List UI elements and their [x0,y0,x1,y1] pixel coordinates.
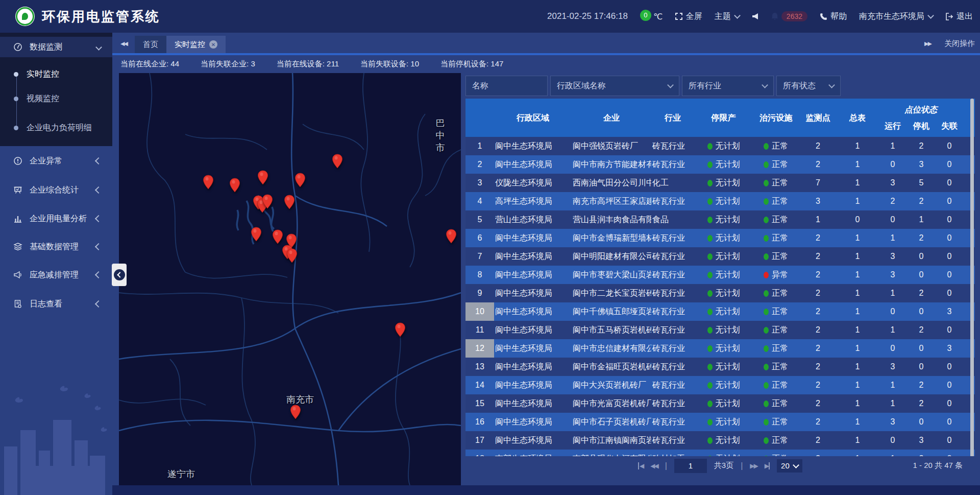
cell-points: 2 [799,233,837,243]
map-pin[interactable] [284,195,295,210]
cell-points: 2 [799,399,837,408]
table-row[interactable]: 2阆中生态环境局阆中市南方节能建材有砖瓦行业无计划正常21030 [465,155,975,174]
stat-value: 10 [410,59,419,68]
logout-button[interactable]: 退出 [945,11,973,22]
map-pin[interactable] [251,227,262,242]
table-row[interactable]: 10阆中生态环境局阆中千佛镇五郎垭页岩砖瓦行业无计划正常21003 [465,302,975,321]
table-row[interactable]: 15阆中生态环境局阆中市光富页岩机砖厂砖瓦行业无计划正常21120 [465,394,975,413]
phone-icon [820,13,827,20]
map-pin[interactable] [290,405,301,420]
cell-meter: 1 [837,417,878,427]
table-row[interactable]: 3仪陇生态环境局西南油气田分公司川中化工无计划正常71350 [465,174,975,192]
table-row[interactable]: 18南部生态环境局南部县砚华山河有限公砖材加工无计划正常21120 [465,450,975,456]
treatment-text: 正常 [772,251,788,262]
cell-points: 3 [799,197,837,206]
region-select[interactable]: 行政区域名称 [550,76,679,96]
sidebar-group-企业综合统计[interactable]: 企业综合统计 [0,180,112,200]
industry-select[interactable]: 所有行业 [682,76,774,96]
table-row[interactable]: 9阆中生态环境局阆中市二龙长宝页岩砖砖瓦行业无计划正常21120 [465,284,975,302]
org-dropdown[interactable]: 南充市生态环境局 [859,11,933,22]
cell-treatment: 正常 [753,288,799,299]
table-row[interactable]: 4高坪生态环境局南充市高坪区王家店建砖瓦行业无计划正常31220 [465,192,975,210]
map-pin[interactable] [295,173,306,188]
board-icon [13,185,22,195]
first-page-icon[interactable]: ◀ [638,462,643,469]
help-button[interactable]: 帮助 [820,11,847,22]
cell-lost: 0 [935,325,964,335]
limit-text: 无计划 [716,178,740,188]
table-row[interactable]: 5营山生态环境局营山县润丰肉食品有限食品无计划正常10010 [465,210,975,229]
prev-page-icon[interactable]: ◀◀ [650,462,657,469]
top-header: 环保用电监管系统 2021-02-25 17:46:18 0 ℃ 全屏 主题 [0,0,980,33]
table-row[interactable]: 12阆中生态环境局阆中市忠信建材有限公砖瓦行业无计划正常21003 [465,339,975,358]
table-row[interactable]: 1阆中生态环境局阆中强锐页岩砖厂砖瓦行业无计划正常21120 [465,137,975,155]
treatment-text: 正常 [772,141,788,152]
map-pin[interactable] [257,170,268,185]
table-row[interactable]: 17阆中生态环境局阆中市江南镇阆南页岩砖瓦行业无计划正常21030 [465,431,975,450]
map-pin[interactable] [229,178,240,193]
cell-limit: 无计划 [694,362,753,372]
map-pin[interactable] [203,175,214,190]
cell-limit: 无计划 [694,159,753,170]
limit-text: 无计划 [716,398,740,409]
table-row[interactable]: 7阆中生态环境局阆中明阳建材有限公司砖瓦行业无计划正常21300 [465,247,975,266]
map-pin[interactable] [272,229,283,245]
map-pin[interactable] [286,248,298,264]
app-logo-icon [15,7,35,26]
sidebar-item-实时监控[interactable]: 实时监控 [0,66,112,82]
cell-meter: 0 [837,215,878,224]
name-search-input[interactable] [465,76,548,96]
cell-run: 3 [878,362,908,371]
cell-meter: 1 [837,160,878,169]
close-operations-button[interactable]: 关闭操作 [944,39,975,49]
alarm-badge[interactable]: 2632 [771,11,807,21]
sidebar-group-数据监测[interactable]: 数据监测 [0,37,112,57]
cell-treatment: 正常 [753,435,799,446]
cell-points: 7 [799,178,837,187]
cell-run: 3 [878,417,908,427]
status-dot-green-icon [707,253,713,260]
row-index: 12 [465,339,494,358]
table-scrollbar[interactable] [970,99,974,475]
map-panel[interactable]: 巴中市南充市遂宁市 [119,73,461,485]
alarm-count: 2632 [781,11,807,21]
status-select[interactable]: 所有状态 [776,76,841,96]
row-index: 13 [465,358,494,376]
tab-home[interactable]: 首页 [135,36,166,53]
collapse-panel-button[interactable] [112,264,127,286]
sidebar-group-应急减排管理[interactable]: 应急减排管理 [0,265,112,285]
theme-dropdown[interactable]: 主题 [715,11,740,22]
table-row[interactable]: 6阆中生态环境局阆中市金博瑞新型墙材砖瓦行业无计划正常21120 [465,229,975,247]
sidebar-group-企业异常[interactable]: 企业异常 [0,151,112,171]
tab-realtime-monitor[interactable]: 实时监控 ✕ [166,36,226,53]
cell-region: 阆中生态环境局 [494,417,572,428]
sidebar-group-label: 基础数据管理 [30,242,96,252]
table-row[interactable]: 11阆中生态环境局阆中市五马桥页岩机砖砖瓦行业无计划正常21120 [465,321,975,339]
table-row[interactable]: 16阆中生态环境局阆中市石子页岩机砖厂砖瓦行业无计划正常21300 [465,413,975,431]
sidebar-group-基础数据管理[interactable]: 基础数据管理 [0,237,112,257]
table-row[interactable]: 8阆中生态环境局阆中市枣碧大梁山页岩砖瓦行业无计划异常21300 [465,266,975,284]
tabs-scroll-right-icon[interactable]: ▶▶ [924,37,931,50]
cell-points: 2 [799,289,837,298]
table-row[interactable]: 13阆中生态环境局阆中市金福旺页岩机砖砖瓦行业无计划正常21300 [465,358,975,376]
page-size-select[interactable]: 20 [777,459,802,473]
sidebar-item-企业电力负荷明细[interactable]: 企业电力负荷明细 [0,120,112,135]
table-row[interactable]: 14阆中生态环境局阆中大兴页岩机砖厂砖瓦行业无计划正常21120 [465,376,975,394]
sidebar-item-视频监控[interactable]: 视频监控 [0,91,112,106]
close-tab-icon[interactable]: ✕ [209,40,217,49]
fullscreen-button[interactable]: 全屏 [675,11,702,22]
map-pin[interactable] [395,322,406,338]
cell-lost: 0 [935,142,964,151]
status-dot-green-icon [707,419,713,426]
sound-button[interactable] [752,13,759,20]
cell-stop: 2 [908,142,935,151]
tabs-scroll-left-icon[interactable]: ◀◀ [120,37,127,50]
sidebar-group-企业用电量分析[interactable]: 企业用电量分析 [0,208,112,229]
map-pin[interactable] [262,194,273,209]
map-pin[interactable] [446,229,457,244]
page-number-input[interactable] [674,459,707,473]
next-page-icon[interactable]: ▶▶ [750,462,757,469]
sidebar-group-日志查看[interactable]: 日志查看 [0,294,112,314]
last-page-icon[interactable]: ▶ [765,462,770,469]
map-pin[interactable] [332,154,343,169]
